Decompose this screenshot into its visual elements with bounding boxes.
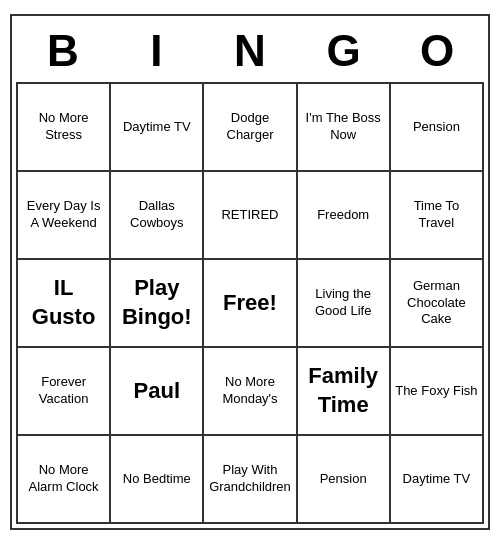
bingo-cell-1[interactable]: Daytime TV: [111, 84, 204, 172]
bingo-cell-14[interactable]: German Chocolate Cake: [391, 260, 484, 348]
bingo-cell-21[interactable]: No Bedtime: [111, 436, 204, 524]
bingo-cell-3[interactable]: I'm The Boss Now: [298, 84, 391, 172]
letter-i: I: [112, 26, 200, 76]
bingo-cell-2[interactable]: Dodge Charger: [204, 84, 297, 172]
bingo-cell-13[interactable]: Living the Good Life: [298, 260, 391, 348]
letter-o: O: [393, 26, 481, 76]
bingo-cell-6[interactable]: Dallas Cowboys: [111, 172, 204, 260]
bingo-cell-22[interactable]: Play With Grandchildren: [204, 436, 297, 524]
bingo-cell-10[interactable]: IL Gusto: [18, 260, 111, 348]
bingo-cell-23[interactable]: Pension: [298, 436, 391, 524]
bingo-cell-9[interactable]: Time To Travel: [391, 172, 484, 260]
bingo-cell-5[interactable]: Every Day Is A Weekend: [18, 172, 111, 260]
letter-b: B: [19, 26, 107, 76]
bingo-cell-11[interactable]: Play Bingo!: [111, 260, 204, 348]
bingo-cell-8[interactable]: Freedom: [298, 172, 391, 260]
bingo-cell-7[interactable]: RETIRED: [204, 172, 297, 260]
bingo-grid: No More StressDaytime TVDodge ChargerI'm…: [16, 82, 484, 524]
letter-g: G: [300, 26, 388, 76]
bingo-cell-15[interactable]: Forever Vacation: [18, 348, 111, 436]
bingo-cell-4[interactable]: Pension: [391, 84, 484, 172]
bingo-cell-0[interactable]: No More Stress: [18, 84, 111, 172]
bingo-cell-20[interactable]: No More Alarm Clock: [18, 436, 111, 524]
bingo-card: B I N G O No More StressDaytime TVDodge …: [10, 14, 490, 530]
bingo-cell-17[interactable]: No More Monday's: [204, 348, 297, 436]
bingo-cell-18[interactable]: Family Time: [298, 348, 391, 436]
bingo-cell-24[interactable]: Daytime TV: [391, 436, 484, 524]
bingo-cell-19[interactable]: The Foxy Fish: [391, 348, 484, 436]
bingo-header: B I N G O: [16, 20, 484, 82]
letter-n: N: [206, 26, 294, 76]
bingo-cell-12[interactable]: Free!: [204, 260, 297, 348]
bingo-cell-16[interactable]: Paul: [111, 348, 204, 436]
